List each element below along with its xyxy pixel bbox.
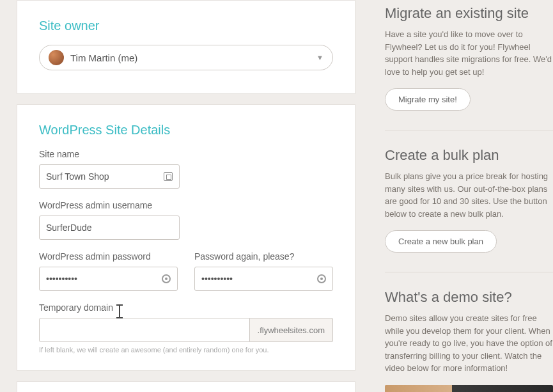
temp-domain-label: Temporary domain — [39, 302, 333, 313]
domain-suffix: .flywheelsites.com — [250, 318, 333, 342]
payment-card: How would you like to pay? — [17, 381, 355, 392]
bulk-body: Bulk plans give you a price break for ho… — [385, 170, 553, 220]
wp-username-input[interactable] — [46, 223, 173, 233]
wp-password2-input-wrap — [194, 267, 333, 291]
migrate-section: Migrate an existing site Have a site you… — [385, 5, 553, 111]
bulk-title: Create a bulk plan — [385, 147, 553, 164]
eye-icon[interactable] — [162, 274, 171, 283]
wp-password-input[interactable] — [46, 274, 158, 284]
migrate-title: Migrate an existing site — [385, 5, 553, 22]
site-owner-card: Site owner Tim Martin (me) ▼ — [17, 0, 355, 94]
wp-password2-label: Password again, please? — [194, 251, 333, 262]
temp-domain-input[interactable] — [46, 325, 243, 335]
migrate-body: Have a site you'd like to move over to F… — [385, 28, 553, 78]
domain-helper-text: If left blank, we will create an awesome… — [39, 346, 333, 354]
divider — [385, 130, 553, 130]
site-name-input[interactable] — [46, 171, 160, 182]
demo-title: What's a demo site? — [385, 289, 553, 306]
site-name-input-wrap — [39, 164, 180, 189]
bulk-button[interactable]: Create a new bulk plan — [385, 230, 497, 253]
wp-username-input-wrap — [39, 216, 180, 240]
demo-section: What's a demo site? Demo sites allow you… — [385, 289, 553, 392]
wp-details-title: WordPress Site Details — [39, 123, 333, 137]
demo-video-thumbnail[interactable]: Ad — [385, 385, 553, 393]
divider — [385, 272, 553, 272]
chevron-down-icon: ▼ — [316, 54, 323, 61]
wp-username-label: WordPress admin username — [39, 200, 333, 210]
temp-domain-input-wrap — [39, 318, 250, 342]
wp-details-card: WordPress Site Details Site name WordPre… — [17, 104, 355, 371]
wp-password-input-wrap — [39, 267, 178, 291]
site-owner-title: Site owner — [39, 19, 333, 33]
demo-body: Demo sites allow you create sites for fr… — [385, 312, 553, 375]
site-name-label: Site name — [39, 149, 333, 159]
migrate-button[interactable]: Migrate my site! — [385, 88, 471, 111]
owner-name: Tim Martin (me) — [70, 52, 316, 63]
wp-password2-input[interactable] — [201, 274, 313, 284]
avatar — [49, 50, 64, 65]
eye-icon[interactable] — [317, 274, 326, 283]
bulk-section: Create a bulk plan Bulk plans give you a… — [385, 147, 553, 253]
save-icon — [164, 172, 173, 181]
wp-password-label: WordPress admin password — [39, 251, 178, 262]
site-owner-dropdown[interactable]: Tim Martin (me) ▼ — [39, 45, 333, 70]
text-cursor-icon — [119, 306, 120, 317]
